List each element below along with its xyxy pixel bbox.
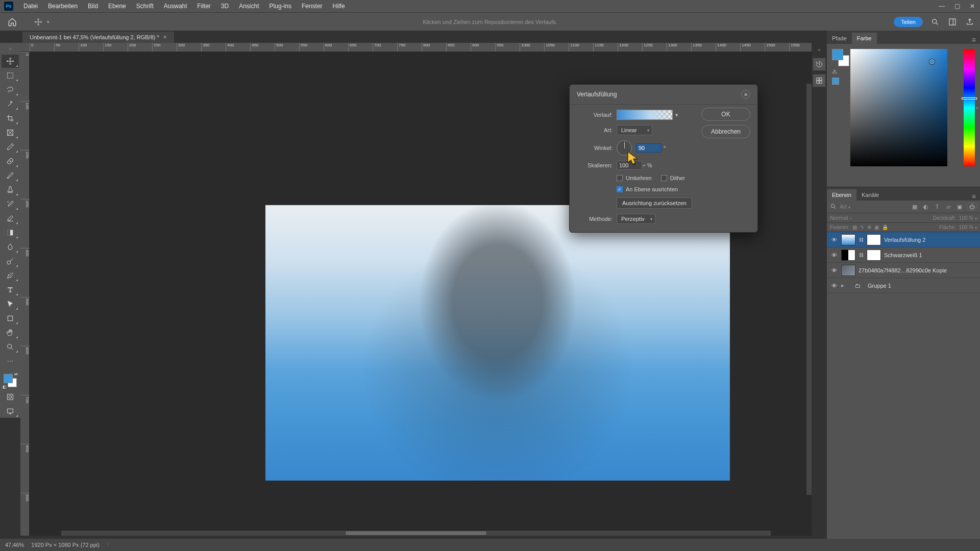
minimize-button[interactable]: — bbox=[934, 0, 949, 12]
history-brush-tool[interactable] bbox=[2, 197, 19, 211]
canvas-scrollbar-horizontal[interactable] bbox=[61, 531, 771, 536]
filter-toggle-icon[interactable]: ⏻ bbox=[967, 203, 977, 211]
close-button[interactable]: ✕ bbox=[965, 0, 980, 12]
layer-thumbnail[interactable] bbox=[841, 265, 855, 276]
history-panel-icon[interactable] bbox=[813, 58, 826, 71]
mask-link-icon[interactable]: ⛓ bbox=[859, 253, 864, 258]
eyedropper-tool[interactable] bbox=[2, 140, 19, 154]
marquee-tool[interactable] bbox=[2, 69, 19, 82]
blend-mode-dropdown[interactable]: Normal ▾ bbox=[830, 215, 930, 221]
layer-row[interactable]: 👁⛓Schwarzweiß 1 bbox=[827, 247, 980, 263]
gradient-tool[interactable] bbox=[2, 226, 19, 239]
type-tool[interactable] bbox=[2, 283, 19, 296]
tab-layers[interactable]: Ebenen bbox=[827, 189, 856, 201]
filter-type-icon[interactable]: T bbox=[933, 203, 941, 211]
visibility-toggle-icon[interactable]: 👁 bbox=[830, 267, 838, 273]
quickmask-tool[interactable] bbox=[2, 390, 19, 404]
maximize-button[interactable]: ▢ bbox=[949, 0, 965, 12]
dialog-titlebar[interactable]: Verlaufsfüllung ✕ bbox=[570, 85, 757, 105]
layer-thumbnail[interactable] bbox=[841, 234, 855, 245]
visibility-toggle-icon[interactable]: 👁 bbox=[830, 237, 838, 243]
opacity-value[interactable]: 100 % ▾ bbox=[959, 215, 977, 221]
angle-input[interactable] bbox=[636, 143, 662, 153]
hue-slider-thumb[interactable] bbox=[962, 97, 977, 99]
screenmode-tool[interactable] bbox=[2, 405, 19, 418]
crop-tool[interactable] bbox=[2, 112, 19, 125]
document-tab[interactable]: Unbenannt-1 bei 47,5% (Verlaufsfüllung 2… bbox=[22, 32, 174, 43]
menu-window[interactable]: Fenster bbox=[297, 3, 328, 10]
layer-mask-thumbnail[interactable] bbox=[867, 249, 881, 261]
panel-fg-swatch[interactable] bbox=[832, 49, 843, 60]
menu-help[interactable]: Hilfe bbox=[328, 3, 350, 10]
color-field[interactable] bbox=[850, 49, 947, 166]
artboard[interactable] bbox=[265, 205, 730, 481]
lock-all-icon[interactable]: 🔒 bbox=[882, 224, 888, 230]
lock-artboard-icon[interactable]: ▣ bbox=[874, 224, 879, 230]
layer-thumbnail[interactable] bbox=[841, 249, 855, 261]
layer-mask-thumbnail[interactable] bbox=[867, 234, 881, 245]
layer-name[interactable]: Schwarzweiß 1 bbox=[884, 252, 922, 258]
layers-panel-menu-icon[interactable]: ≡ bbox=[968, 192, 980, 201]
menu-select[interactable]: Auswahl bbox=[159, 3, 192, 10]
lasso-tool[interactable] bbox=[2, 83, 19, 96]
dodge-tool[interactable] bbox=[2, 255, 19, 268]
visibility-toggle-icon[interactable]: 👁 bbox=[830, 252, 838, 258]
tools-collapse-icon[interactable]: » bbox=[0, 46, 20, 52]
filter-shape-icon[interactable]: ▱ bbox=[944, 203, 952, 211]
move-tool-options-icon[interactable] bbox=[32, 15, 45, 29]
layer-name[interactable]: 27b0480a7f4882…82990c0e Kopie bbox=[859, 267, 947, 273]
frame-tool[interactable] bbox=[2, 126, 19, 139]
hand-tool[interactable] bbox=[2, 326, 19, 339]
properties-panel-icon[interactable] bbox=[813, 74, 826, 87]
menu-type[interactable]: Schrift bbox=[131, 3, 159, 10]
strip-collapse-icon[interactable]: « bbox=[818, 47, 821, 53]
folder-caret-icon[interactable]: ▸ bbox=[841, 282, 847, 289]
scale-input[interactable] bbox=[617, 161, 642, 170]
shape-tool[interactable] bbox=[2, 312, 19, 325]
tab-channels[interactable]: Kanäle bbox=[856, 189, 884, 201]
stamp-tool[interactable] bbox=[2, 183, 19, 196]
fill-value[interactable]: 100 % ▾ bbox=[959, 224, 977, 230]
move-tool[interactable] bbox=[2, 55, 19, 68]
layer-row[interactable]: 👁27b0480a7f4882…82990c0e Kopie bbox=[827, 263, 980, 278]
reverse-checkbox[interactable]: Umkehren bbox=[617, 175, 652, 181]
hue-expand-icon[interactable]: ▸ bbox=[976, 105, 979, 110]
dialog-close-icon[interactable]: ✕ bbox=[741, 90, 750, 99]
zoom-level[interactable]: 47,46% bbox=[5, 542, 24, 548]
eraser-tool[interactable] bbox=[2, 212, 19, 225]
tab-color[interactable]: Farbe bbox=[852, 33, 877, 44]
tab-paths[interactable]: Pfade bbox=[827, 33, 852, 44]
default-colors-icon[interactable]: ◧ bbox=[3, 385, 7, 389]
menu-image[interactable]: Bild bbox=[83, 3, 103, 10]
filter-smart-icon[interactable]: ▣ bbox=[955, 203, 964, 211]
filter-adjust-icon[interactable]: ◐ bbox=[922, 203, 930, 211]
lock-transparency-icon[interactable]: ▦ bbox=[852, 224, 857, 230]
menu-plugins[interactable]: Plug-ins bbox=[264, 3, 297, 10]
menu-3d[interactable]: 3D bbox=[216, 3, 234, 10]
gradient-preview[interactable] bbox=[617, 110, 673, 120]
share-button[interactable]: Teilen bbox=[894, 17, 923, 27]
layers-search-icon[interactable] bbox=[830, 203, 837, 211]
cancel-button[interactable]: Abbrechen bbox=[701, 125, 750, 138]
ruler-vertical[interactable]: 0100200300400500600700800900100011001200… bbox=[20, 52, 30, 536]
path-select-tool[interactable] bbox=[2, 297, 19, 311]
menu-edit[interactable]: Bearbeiten bbox=[43, 3, 83, 10]
magic-wand-tool[interactable] bbox=[2, 97, 19, 111]
menu-layer[interactable]: Ebene bbox=[103, 3, 131, 10]
reset-alignment-button[interactable]: Ausrichtung zurücksetzen bbox=[617, 197, 692, 209]
home-button[interactable] bbox=[5, 15, 19, 29]
document-tab-close-icon[interactable]: × bbox=[163, 34, 167, 41]
menu-filter[interactable]: Filter bbox=[192, 3, 216, 10]
lock-paint-icon[interactable]: ✎ bbox=[860, 224, 864, 230]
blur-tool[interactable] bbox=[2, 240, 19, 254]
color-swatches[interactable]: ⇄ ◧ bbox=[2, 372, 19, 389]
color-panel-menu-icon[interactable]: ≡ bbox=[968, 36, 980, 44]
hue-slider[interactable] bbox=[964, 49, 975, 166]
layers-kind-dropdown[interactable]: Art ▾ bbox=[840, 204, 850, 210]
scale-dropdown-caret[interactable]: ▾ bbox=[643, 163, 645, 168]
healing-tool[interactable] bbox=[2, 155, 19, 168]
lock-position-icon[interactable]: ✥ bbox=[867, 224, 871, 230]
gradient-picker-caret-icon[interactable]: ▾ bbox=[674, 110, 680, 120]
type-dropdown[interactable]: Linear▾ bbox=[617, 125, 652, 135]
filter-pixel-icon[interactable]: ▦ bbox=[911, 203, 919, 211]
